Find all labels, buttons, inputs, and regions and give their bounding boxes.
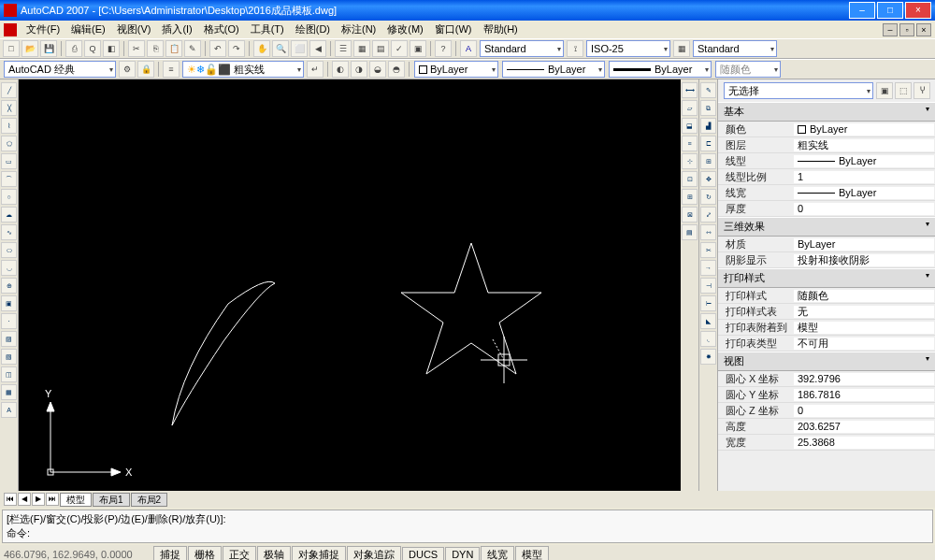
ellipsearc-tool[interactable]: ◡ [1,260,17,276]
tab-layout2[interactable]: 布局2 [131,493,168,507]
tab-next[interactable]: ▶ [32,493,45,506]
locate-tool[interactable]: ⊹ [682,153,698,169]
prop-cz-value[interactable]: 0 [793,404,935,418]
revcloud-tool[interactable]: ☁ [1,207,17,223]
menu-insert[interactable]: 插入(I) [156,22,197,37]
section-3d[interactable]: 三维效果 [718,217,935,237]
prop-ptable-value[interactable]: 无 [793,305,935,319]
chamfer-tool[interactable]: ◣ [700,313,716,329]
ws-settings-button[interactable]: ⚙ [119,61,136,78]
block-tool[interactable]: ▣ [1,295,17,311]
prop-thick-value[interactable]: 0 [793,202,935,216]
match-button[interactable]: ✎ [184,40,201,57]
mirror-tool[interactable]: ▟ [700,118,716,134]
tool4-button[interactable]: ◓ [388,61,405,78]
doc-close[interactable]: × [916,23,931,36]
lwt-toggle[interactable]: 线宽 [481,546,514,561]
explode-tool[interactable]: ✸ [700,349,716,365]
xline-tool[interactable]: ╳ [1,100,17,116]
tab-last[interactable]: ⏭ [46,493,59,506]
preview-button[interactable]: Q [84,40,101,57]
layer-combo[interactable]: ☀❄🔓⬛ 粗实线 [182,61,304,78]
selection-combo[interactable]: 无选择 [724,82,873,99]
rotate-tool[interactable]: ↻ [700,189,716,205]
dcenter-button[interactable]: ▦ [353,40,370,57]
pan-button[interactable]: ✋ [253,40,270,57]
erase-tool[interactable]: ✎ [700,82,716,98]
prop-cy-value[interactable]: 186.7816 [793,388,935,402]
menu-tools[interactable]: 工具(T) [245,22,290,37]
markup-button[interactable]: ✓ [391,40,408,57]
ducs-toggle[interactable]: DUCS [402,547,444,560]
properties-button[interactable]: ☰ [335,40,352,57]
calc-tool[interactable]: ▤ [682,224,698,240]
dimstyle-combo[interactable]: ISO-25 [586,40,670,57]
tool1-button[interactable]: ◐ [332,61,349,78]
publish-button[interactable]: ◧ [103,40,120,57]
break-tool[interactable]: ⊣ [700,278,716,294]
prop-ptype-value[interactable]: 不可用 [793,337,935,351]
hatch-tool[interactable]: ▨ [1,331,17,347]
drawing-canvas[interactable]: Y X [19,79,681,491]
model-toggle[interactable]: 模型 [515,546,549,561]
polygon-tool[interactable]: ⬠ [1,136,17,151]
copy-button[interactable]: ⎘ [147,40,164,57]
snap-toggle[interactable]: 捕捉 [153,546,187,561]
minimize-button[interactable]: – [849,2,875,19]
layer-prev-button[interactable]: ↵ [307,61,324,78]
maximize-button[interactable]: □ [877,2,903,19]
otrack-toggle[interactable]: 对象追踪 [347,546,401,561]
new-button[interactable]: □ [3,40,20,57]
prop-lwidth-value[interactable]: ByLayer [793,186,935,200]
arc-tool[interactable]: ⌒ [1,171,17,187]
point-tool[interactable]: · [1,313,17,329]
rect-tool[interactable]: ▭ [1,153,17,169]
ellipse-tool[interactable]: ⬭ [1,242,17,258]
zoomwin-button[interactable]: ⬜ [291,40,308,57]
array-tool[interactable]: ⊞ [700,153,716,169]
select-button[interactable]: ⬚ [895,82,912,99]
move-tool[interactable]: ✥ [700,171,716,187]
tablestyle-combo[interactable]: Standard [693,40,777,57]
section-view[interactable]: 视图 [718,352,935,371]
prop-w-value[interactable]: 25.3868 [793,436,935,450]
copy-tool[interactable]: ⧉ [700,100,716,116]
prop-pattach-value[interactable]: 模型 [793,321,935,335]
prop-shadow-value[interactable]: 投射和接收阴影 [793,253,935,267]
prop-mat-value[interactable]: ByLayer [793,237,935,251]
polar-toggle[interactable]: 极轴 [257,546,291,561]
redo-button[interactable]: ↷ [228,40,245,57]
menu-file[interactable]: 文件(F) [21,22,65,37]
print-button[interactable]: ⎙ [65,40,82,57]
toggle-pick-button[interactable]: ▣ [876,82,893,99]
prop-ltype-value[interactable]: ByLayer [793,154,935,168]
quick-select-button[interactable]: Ⴤ [913,82,930,99]
offset-tool[interactable]: ⊏ [700,136,716,151]
osnap6[interactable]: ⊞ [682,189,698,205]
prop-lscale-value[interactable]: 1 [793,170,935,184]
menu-view[interactable]: 视图(V) [111,22,157,37]
doc-minimize[interactable]: – [883,23,898,36]
workspace-combo[interactable]: AutoCAD 经典 [4,61,116,78]
menu-window[interactable]: 窗口(W) [429,22,478,37]
osnap-toggle[interactable]: 对象捕捉 [292,546,346,561]
ws-lock-button[interactable]: 🔒 [137,61,154,78]
plotstyle-combo[interactable]: 随颜色 [715,61,781,78]
toolpal-button[interactable]: ▤ [372,40,389,57]
color-combo[interactable]: ByLayer [414,61,498,78]
region-tool[interactable]: ◫ [1,366,17,382]
zoom-button[interactable]: 🔍 [272,40,289,57]
section-plot[interactable]: 打印样式 [718,268,935,288]
prop-h-value[interactable]: 203.6257 [793,420,935,434]
open-button[interactable]: 📂 [22,40,38,57]
extend-tool[interactable]: → [700,260,716,276]
save-button[interactable]: 💾 [40,40,57,57]
menu-help[interactable]: 帮助(H) [478,22,524,37]
gradient-tool[interactable]: ▧ [1,349,17,365]
prop-cx-value[interactable]: 392.9796 [793,372,935,386]
cut-button[interactable]: ✂ [128,40,145,57]
pline-tool[interactable]: ⌇ [1,118,17,134]
help-button[interactable]: ? [435,40,452,57]
textstyle-combo[interactable]: Standard [480,40,564,57]
area-tool[interactable]: ▱ [682,100,698,116]
